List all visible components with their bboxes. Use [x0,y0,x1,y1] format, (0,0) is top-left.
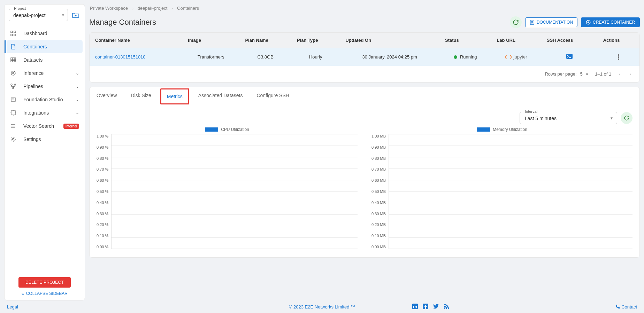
y-tick: 0.40 % [97,201,108,205]
sidebar-item-label: Settings [23,136,41,142]
sidebar-item-containers[interactable]: Containers [7,40,83,53]
doc-icon [530,20,535,25]
refresh-button[interactable] [510,16,522,28]
legal-link[interactable]: Legal [7,304,18,310]
layers-icon [10,96,16,103]
documentation-label: DOCUMENTATION [537,20,573,25]
interval-value: Last 5 minutes [525,116,557,121]
chart-plot-area [111,134,358,249]
collapse-sidebar-label: COLLAPSE SIDEBAR [26,291,68,296]
rows-per-page-select[interactable]: 5 ▼ [580,71,589,77]
row-actions-menu[interactable] [603,54,634,60]
ssh-access-button[interactable] [566,55,573,60]
chevron-down-icon: ⌄ [76,84,79,89]
tab-overview[interactable]: Overview [90,87,124,106]
create-container-button[interactable]: CREATE CONTAINER [581,17,640,27]
lab-url-label: jupyter [514,54,527,60]
table-header: Actions [598,33,639,48]
gear-icon [10,136,16,142]
linkedin-icon[interactable] [412,304,418,310]
sidebar-item-integrations[interactable]: Integrations ⌄ [5,106,85,119]
cell-updated: 30 January, 2024 04:25 pm [340,48,439,66]
sidebar-item-label: Foundation Studio [23,97,63,102]
breadcrumb-separator: › [132,6,133,11]
refresh-icon [513,19,519,25]
svg-point-20 [444,307,445,309]
sidebar-item-datasets[interactable]: Datasets [5,53,85,66]
tabs: Overview Disk Size Metrics Associated Da… [90,87,639,106]
breadcrumb-part[interactable]: Containers [177,6,199,11]
legend-swatch [477,127,490,132]
file-icon [10,44,16,50]
delete-project-button[interactable]: DELETE PROJECT [18,277,71,288]
tab-disk-size[interactable]: Disk Size [124,87,158,106]
internal-badge: Internal [63,124,79,129]
svg-rect-2 [11,34,13,36]
sidebar-item-pipelines[interactable]: Pipelines ⌄ [5,80,85,93]
rss-icon[interactable] [444,304,449,310]
documentation-button[interactable]: DOCUMENTATION [525,17,577,27]
sidebar-item-settings[interactable]: Settings [5,133,85,146]
sidebar-item-label: Datasets [23,57,43,63]
svg-rect-4 [11,58,16,62]
interval-select[interactable]: Interval Last 5 minutes ▼ [520,112,617,124]
status-label: Running [460,54,477,60]
svg-rect-10 [11,98,15,101]
y-tick: 0.50 MB [371,189,386,194]
create-container-label: CREATE CONTAINER [593,20,635,25]
sidebar-item-foundation-studio[interactable]: Foundation Studio ⌄ [5,93,85,106]
page-title: Manage Containers [89,18,156,27]
contact-link[interactable]: Contact [615,304,637,310]
sidebar: Project deepak-project ▼ Dashboard Conta… [4,4,85,300]
svg-point-6 [13,72,14,74]
plus-circle-icon [586,20,591,25]
twitter-icon[interactable] [433,304,439,310]
phone-icon [615,304,620,309]
table-header: Image [182,33,239,48]
y-tick: 0.80 % [97,156,108,161]
svg-rect-0 [11,31,13,33]
legend-swatch [205,127,218,132]
y-tick: 0.90 % [97,145,108,149]
next-page-button[interactable]: › [628,70,632,78]
y-tick: 0.80 MB [371,156,386,161]
y-tick: 0.60 % [97,178,108,182]
lab-url-link[interactable]: jupyter [497,54,535,60]
sidebar-item-vector-search[interactable]: Vector Search Internal [5,119,85,133]
svg-point-18 [413,305,414,305]
svg-point-9 [13,87,14,89]
collapse-sidebar-button[interactable]: « COLLAPSE SIDEBAR [22,291,68,296]
nav: Dashboard Containers Datasets Inference … [5,24,85,273]
status-cell: Running [445,54,485,60]
breadcrumb-part[interactable]: Private Workspace [90,6,128,11]
table-header: Container Name [90,33,182,48]
table-header: Plan Name [239,33,291,48]
container-detail-card: Overview Disk Size Metrics Associated Da… [89,87,640,258]
jupyter-icon [505,54,512,60]
project-select-value: deepak-project [13,13,46,18]
add-project-button[interactable] [71,10,80,20]
y-tick: 0.90 MB [371,145,386,149]
svg-rect-11 [11,111,15,115]
containers-table: Container Name Image Plan Name Plan Type… [90,33,639,66]
breadcrumb-part[interactable]: deepak-project [137,6,167,11]
tab-associated-datasets[interactable]: Associated Datasets [191,87,250,106]
prev-page-button[interactable]: ‹ [618,70,622,78]
table-row[interactable]: container-013015151010 Transformers C3.8… [90,48,639,66]
facebook-icon[interactable] [423,304,428,310]
project-select[interactable]: Project deepak-project ▼ [9,9,68,21]
sidebar-item-inference[interactable]: Inference ⌄ [5,66,85,80]
y-tick: 0.50 % [97,189,108,194]
folder-plus-icon [72,12,79,18]
breadcrumb-separator: › [171,6,173,11]
refresh-metrics-button[interactable] [621,112,632,124]
sidebar-item-dashboard[interactable]: Dashboard [5,27,85,40]
tab-configure-ssh[interactable]: Configure SSH [250,87,296,106]
container-name-link[interactable]: container-013015151010 [95,54,146,60]
y-tick: 0.60 MB [371,178,386,182]
sidebar-item-label: Inference [23,70,44,76]
status-dot-icon [454,55,457,59]
footer: Legal © 2023 E2E Networks Limited ™ Cont… [0,300,644,313]
tab-metrics[interactable]: Metrics [160,88,189,104]
pagination: Rows per page: 5 ▼ 1–1 of 1 ‹ › [90,66,639,82]
